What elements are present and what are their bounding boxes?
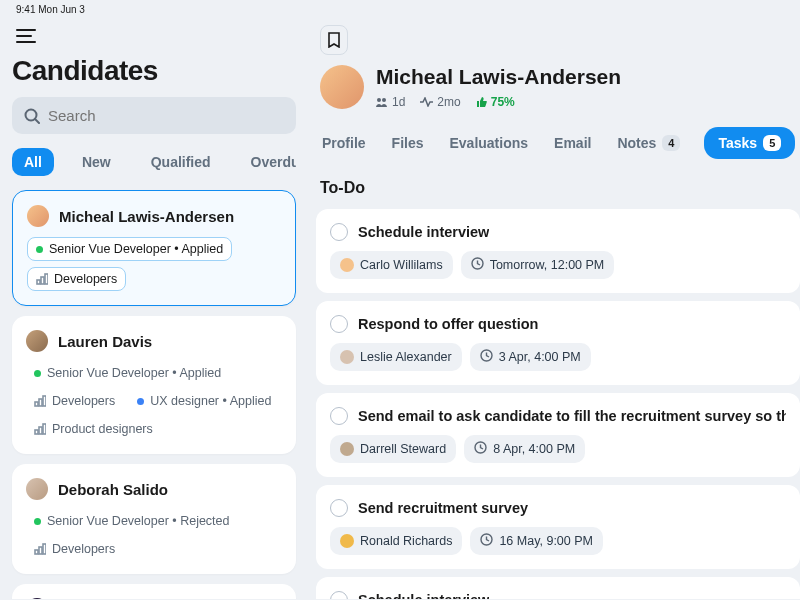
bookmark-button[interactable] [320,25,348,55]
tab-tasks[interactable]: Tasks 5 [704,127,795,159]
clock-icon [480,349,493,365]
svg-point-18 [382,98,386,102]
meta-item: 2mo [419,95,460,109]
status-dot [34,518,41,525]
task-title: Schedule interview [358,592,489,599]
status-dot [36,246,43,253]
svg-rect-13 [43,424,46,434]
department-tag: Product designers [26,418,161,440]
left-pane: Candidates All New Qualified Overdue Fol… [0,17,308,599]
svg-rect-12 [39,427,42,434]
task-card[interactable]: Respond to offer question Leslie Alexand… [316,301,800,385]
section-title: To-Do [316,173,800,209]
avatar [27,205,49,227]
clock-icon [480,533,493,549]
status-dot [137,398,144,405]
department-tag: Developers [26,390,123,412]
menu-icon[interactable] [12,21,40,51]
task-card[interactable]: Send email to ask candidate to fill the … [316,393,800,477]
candidate-name: Micheal Lawis-Andersen [59,208,234,225]
assignee-avatar [340,534,354,548]
assignee-pill: Carlo Willilams [330,251,453,279]
search-input[interactable] [12,97,296,134]
due-pill: 8 Apr, 4:00 PM [464,435,585,463]
page-title: Candidates [12,51,296,97]
task-card[interactable]: Schedule interview Carlo Willilams Tomor… [316,577,800,599]
svg-rect-10 [43,396,46,406]
assignee-avatar [340,442,354,456]
tab-evaluations[interactable]: Evaluations [447,131,530,155]
filter-bar: All New Qualified Overdue Foll [12,148,296,190]
assignee-pill: Darrell Steward [330,435,456,463]
clock-icon [471,257,484,273]
svg-point-17 [377,98,381,102]
task-card[interactable]: Schedule interview Carlo Willilams Tomor… [316,209,800,293]
right-pane: Micheal Lawis-Andersen 1d 2mo 75% Profil… [308,17,800,599]
task-title: Send email to ask candidate to fill the … [358,408,786,424]
svg-rect-8 [35,402,38,406]
status-bar: 9:41 Mon Jun 3 [0,0,800,17]
assignee-avatar [340,350,354,364]
candidate-card[interactable]: Micheal Lawis-Andersen Senior Vue Develo… [12,190,296,306]
due-pill: Tomorrow, 12:00 PM [461,251,615,279]
tab-count-badge: 4 [662,135,680,151]
avatar [26,598,48,599]
task-checkbox[interactable] [330,407,348,425]
avatar [320,65,364,109]
svg-line-4 [35,119,39,123]
detail-tabs: ProfileFilesEvaluationsEmailNotes 4Tasks… [316,109,800,173]
meta-item: 75% [475,95,515,109]
tab-files[interactable]: Files [390,131,426,155]
filter-qualified[interactable]: Qualified [139,148,223,176]
svg-rect-9 [39,399,42,406]
candidate-card[interactable]: Carlos Sine [12,584,296,599]
svg-rect-7 [45,274,48,284]
tab-count-badge: 5 [763,135,781,151]
tab-email[interactable]: Email [552,131,593,155]
assignee-pill: Leslie Alexander [330,343,462,371]
task-card[interactable]: Send recruitment survey Ronald Richards … [316,485,800,569]
status-tag: Senior Vue Developer • Rejected [26,510,238,532]
filter-new[interactable]: New [70,148,123,176]
assignee-avatar [340,258,354,272]
status-tag: Senior Vue Developer • Applied [27,237,232,261]
due-pill: 3 Apr, 4:00 PM [470,343,591,371]
status-tag: UX designer • Applied [129,390,279,412]
task-checkbox[interactable] [330,223,348,241]
task-title: Respond to offer question [358,316,538,332]
filter-overdue[interactable]: Overdue [239,148,296,176]
tab-profile[interactable]: Profile [320,131,368,155]
task-checkbox[interactable] [330,591,348,599]
task-checkbox[interactable] [330,499,348,517]
detail-header: Micheal Lawis-Andersen 1d 2mo 75% [316,65,800,109]
due-pill: 16 May, 9:00 PM [470,527,603,555]
status-tag: Senior Vue Developer • Applied [26,362,229,384]
avatar [26,478,48,500]
tab-notes[interactable]: Notes 4 [615,131,682,155]
task-title: Send recruitment survey [358,500,528,516]
svg-rect-11 [35,430,38,434]
svg-rect-14 [35,550,38,554]
candidate-meta: 1d 2mo 75% [376,95,621,109]
filter-all[interactable]: All [12,148,54,176]
tasks-list: Schedule interview Carlo Willilams Tomor… [316,209,800,599]
meta-item: 1d [376,95,405,109]
svg-rect-15 [39,547,42,554]
assignee-pill: Ronald Richards [330,527,462,555]
candidate-card[interactable]: Deborah Salido Senior Vue Developer • Re… [12,464,296,574]
department-tag: Developers [26,538,123,560]
svg-rect-5 [37,280,40,284]
svg-rect-6 [41,277,44,284]
candidates-list: Micheal Lawis-Andersen Senior Vue Develo… [12,190,296,599]
department-tag: Developers [27,267,126,291]
candidate-name: Micheal Lawis-Andersen [376,65,621,89]
candidate-card[interactable]: Lauren Davis Senior Vue Developer • Appl… [12,316,296,454]
status-dot [34,370,41,377]
avatar [26,330,48,352]
candidate-name: Lauren Davis [58,333,152,350]
clock-icon [474,441,487,457]
svg-rect-16 [43,544,46,554]
task-title: Schedule interview [358,224,489,240]
search-field[interactable] [48,107,284,124]
task-checkbox[interactable] [330,315,348,333]
